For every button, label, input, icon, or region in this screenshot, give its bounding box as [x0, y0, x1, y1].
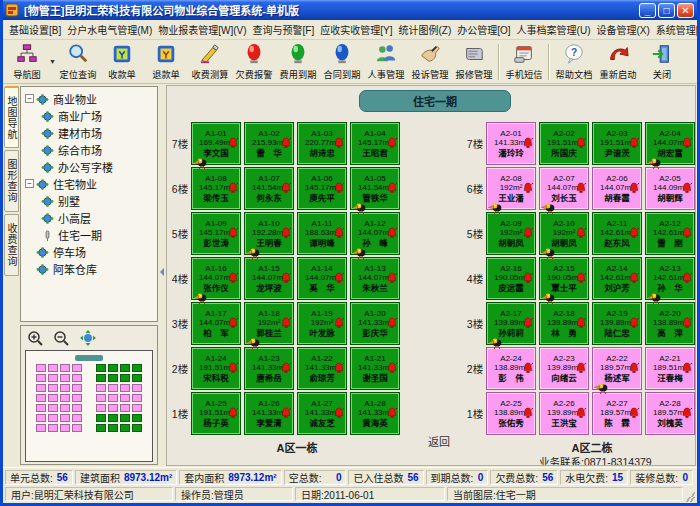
toolbar-button-complaints[interactable]: 投诉管理 [408, 41, 452, 82]
toolbar-button-hr[interactable]: 人事管理 [364, 41, 408, 82]
toolbar-button-contract-due[interactable]: 合同到期 [320, 41, 364, 82]
unit-A1-01[interactable]: A1-01169.49m²李文国 [191, 122, 241, 165]
toolbar-dropdown-caret[interactable]: ▼ [49, 58, 56, 65]
menu-item-2[interactable]: 物业报表管理[W](V) [155, 20, 249, 39]
unit-A1-09[interactable]: A1-09145.17m²彭世涛 [191, 212, 241, 255]
expander-icon[interactable]: − [25, 179, 34, 188]
tree-item-aben-warehouse[interactable]: 阿笨仓库 [25, 260, 157, 277]
tree-item-villa[interactable]: 别墅 [25, 192, 157, 209]
side-tab-map-nav[interactable]: 地图导航 [4, 86, 19, 148]
toolbar-button-locate-search[interactable]: 定位查询 [56, 41, 100, 82]
tree-item-parking-lot[interactable]: 停车场 [25, 243, 157, 260]
unit-A2-15[interactable]: A2-15190.05m²覃士平 [539, 257, 589, 300]
back-button[interactable]: 返回 [422, 432, 456, 450]
toolbar-button-repairs[interactable]: 报修管理 [452, 41, 496, 82]
unit-A2-20[interactable]: A2-20138.89m²高 萍 [645, 302, 695, 345]
tree-item-commercial-property[interactable]: −商业物业 [25, 90, 157, 107]
unit-A2-19[interactable]: A2-19139.89m²陆仁忠 [592, 302, 642, 345]
tree-item-comprehensive-market[interactable]: 综合市场 [25, 141, 157, 158]
unit-A2-23[interactable]: A2-23139.89m²向绪云 [539, 347, 589, 390]
side-tab-graphic-query[interactable]: 图形查询 [4, 150, 19, 212]
unit-A1-03[interactable]: A1-03220.77m²胡诗忠 [297, 122, 347, 165]
unit-A2-02[interactable]: A2-02191.51m²所国庆 [539, 122, 589, 165]
unit-A2-08[interactable]: A2-08192m²王业潘 [486, 167, 536, 210]
minimap-view[interactable] [25, 350, 153, 462]
unit-A1-22[interactable]: A1-22141.33m²俞琼芳 [297, 347, 347, 390]
unit-A2-26[interactable]: A2-26139.89m²王洪宝 [539, 392, 589, 435]
unit-A1-05[interactable]: A1-05141.54m²管铁华 [350, 167, 400, 210]
unit-A2-09[interactable]: A2-09192m²胡朝凤 [486, 212, 536, 255]
unit-A1-20[interactable]: A1-20141.33m²彭庆华 [350, 302, 400, 345]
unit-A2-06[interactable]: A2-06144.07m²胡春霞 [592, 167, 642, 210]
tree-item-small-highrise[interactable]: 小高层 [25, 209, 157, 226]
toolbar-button-nav-map[interactable]: 导航图 [5, 41, 49, 82]
unit-A1-08[interactable]: A1-08145.17m²梁传玉 [191, 167, 241, 210]
unit-A1-21[interactable]: A1-21141.33m²谢圣国 [350, 347, 400, 390]
menu-item-4[interactable]: 应收实收管理[Y] [317, 20, 395, 39]
unit-A1-15[interactable]: A1-15144.07m²龙坪波 [244, 257, 294, 300]
toolbar-button-close[interactable]: 关闭 [640, 41, 684, 82]
unit-A2-07[interactable]: A2-07144.07m²刘长玉 [539, 167, 589, 210]
tree-item-building-materials-market[interactable]: 建材市场 [25, 124, 157, 141]
unit-A1-07[interactable]: A1-07141.54m²何永东 [244, 167, 294, 210]
toolbar-button-arrears-alarm[interactable]: 欠费报警 [232, 41, 276, 82]
unit-A1-27[interactable]: A1-27141.33m²诚友芝 [297, 392, 347, 435]
unit-A1-12[interactable]: A1-12144.07m²孙 峰 [350, 212, 400, 255]
unit-A2-21[interactable]: A2-21189.51m²汪春梅 [645, 347, 695, 390]
unit-A2-24[interactable]: A2-24138.89m²彭 伟 [486, 347, 536, 390]
menu-item-1[interactable]: 分户水电气管理(M) [64, 20, 155, 39]
toolbar-button-fee-due[interactable]: 费用到期 [276, 41, 320, 82]
unit-A1-18[interactable]: A1-18192m²郭桂兰 [244, 302, 294, 345]
tree-item-office-building[interactable]: 办公写字楼 [25, 158, 157, 175]
unit-A2-25[interactable]: A2-25138.89m²张佑秀 [486, 392, 536, 435]
toolbar-button-receipt-in[interactable]: 收款单 [100, 41, 144, 82]
unit-A2-10[interactable]: A2-10192m²胡朝凤 [539, 212, 589, 255]
sidebar-splitter[interactable] [159, 84, 166, 467]
pan-icon[interactable] [79, 330, 97, 346]
unit-A2-11[interactable]: A2-11142.61m²赵东风 [592, 212, 642, 255]
unit-A1-26[interactable]: A1-26141.33m²李爱清 [244, 392, 294, 435]
unit-A1-04[interactable]: A1-04145.17m²王昭君 [350, 122, 400, 165]
toolbar-button-restart[interactable]: 重新启动 [596, 41, 640, 82]
tree-item-commercial-plaza[interactable]: 商业广场 [25, 107, 157, 124]
close-button[interactable]: ✕ [677, 3, 694, 18]
unit-A1-10[interactable]: A1-10192.28m²王明春 [244, 212, 294, 255]
unit-A2-01[interactable]: A2-01141.33m²潘玲玲 [486, 122, 536, 165]
menu-item-0[interactable]: 基础设置[B] [6, 20, 64, 39]
menu-item-7[interactable]: 人事档案管理(U) [514, 20, 594, 39]
expander-icon[interactable]: − [25, 94, 34, 103]
zoom-in-icon[interactable] [27, 330, 45, 346]
unit-A1-14[interactable]: A1-14144.07m²奚 华 [297, 257, 347, 300]
unit-A1-28[interactable]: A1-28141.33m²黄海英 [350, 392, 400, 435]
menu-item-5[interactable]: 统计图例(Z) [395, 20, 454, 39]
unit-A2-27[interactable]: A2-27189.57m²陈 霖 [592, 392, 642, 435]
toolbar-button-help[interactable]: ?帮助文档 [552, 41, 596, 82]
menu-item-9[interactable]: 系统管理[S] [653, 20, 697, 39]
unit-A1-23[interactable]: A1-23141.33m²唐希岳 [244, 347, 294, 390]
unit-A2-17[interactable]: A2-17139.89m²孙莉莉 [486, 302, 536, 345]
unit-A2-04[interactable]: A2-04144.07m²胡宏富 [645, 122, 695, 165]
menu-item-6[interactable]: 办公管理[O] [454, 20, 513, 39]
unit-A2-14[interactable]: A2-14142.61m²刘沪芳 [592, 257, 642, 300]
side-tab-fee-query[interactable]: 收费查询 [4, 214, 19, 276]
unit-A2-13[interactable]: A2-13142.61m²孙 华 [645, 257, 695, 300]
unit-A1-25[interactable]: A1-25191.51m²杨子英 [191, 392, 241, 435]
maximize-button[interactable]: □ [658, 3, 675, 18]
toolbar-button-sms[interactable]: 手机短信 [502, 41, 546, 82]
unit-A1-19[interactable]: A1-19192m²叶发脉 [297, 302, 347, 345]
unit-A2-05[interactable]: A2-05144.09m²胡朝辉 [645, 167, 695, 210]
unit-A2-12[interactable]: A2-12142.61m²雷 刚 [645, 212, 695, 255]
unit-A1-24[interactable]: A1-24191.51m²宋科税 [191, 347, 241, 390]
tree-item-residential-property[interactable]: −住宅物业 [25, 175, 157, 192]
unit-A2-28[interactable]: A2-28189.57m²刘槐英 [645, 392, 695, 435]
unit-A1-11[interactable]: A1-11188.63m²谭明峰 [297, 212, 347, 255]
tree-item-residential-phase1[interactable]: 住宅一期 [25, 226, 157, 243]
minimize-button[interactable]: _ [639, 3, 656, 18]
toolbar-button-fee-calc[interactable]: 收费测算 [188, 41, 232, 82]
unit-A2-18[interactable]: A2-18139.89m²林 勇 [539, 302, 589, 345]
unit-A2-22[interactable]: A2-22189.57m²杨述军 [592, 347, 642, 390]
menu-item-3[interactable]: 查询与预警[F] [250, 20, 318, 39]
unit-A1-16[interactable]: A1-16144.07m²张作仪 [191, 257, 241, 300]
toolbar-button-receipt-refund[interactable]: 退款单 [144, 41, 188, 82]
unit-A2-03[interactable]: A2-03191.51m²尹谙茨 [592, 122, 642, 165]
